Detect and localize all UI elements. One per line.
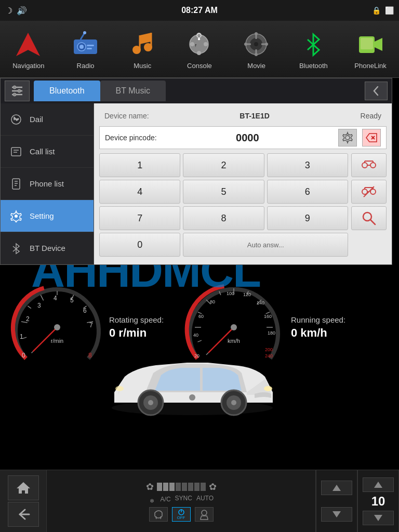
sidebar-item-phonelist[interactable]: Phone list xyxy=(1,168,94,200)
tab-btmusic[interactable]: BT Music xyxy=(100,81,166,101)
sidebar-item-dial[interactable]: Dail xyxy=(1,103,94,136)
setting-icon xyxy=(9,209,23,223)
key-auto-answer[interactable]: Auto answ... xyxy=(183,233,348,257)
key-5[interactable]: 5 xyxy=(183,180,264,204)
app-bluetooth[interactable]: Bluetooth xyxy=(287,29,339,70)
bt-sidebar: Dail Call list xyxy=(1,103,94,264)
svg-marker-0 xyxy=(16,33,40,56)
sidebar-item-setting[interactable]: Setting xyxy=(1,200,94,232)
device-status: Ready xyxy=(361,112,381,120)
window-icon: ⬜ xyxy=(385,6,394,15)
key-3[interactable]: 3 xyxy=(267,153,348,177)
bt-search-button[interactable] xyxy=(351,206,387,230)
key-0[interactable]: 0 xyxy=(99,233,180,257)
fan-left-icon: ✿ xyxy=(146,481,154,493)
bt-connect-button[interactable] xyxy=(351,153,387,177)
svg-rect-46 xyxy=(12,179,20,189)
svg-point-7 xyxy=(83,31,86,34)
svg-point-58 xyxy=(370,163,376,168)
bt-body: Dail Call list xyxy=(1,103,392,264)
keypad-area: 1 2 3 4 5 6 7 8 9 0 Auto answ... × xyxy=(99,153,387,257)
key-9[interactable]: 9 xyxy=(267,206,348,230)
phonelink-label: PhoneLink xyxy=(354,62,386,70)
running-speed-info: Running speed: 0 km/h xyxy=(286,315,369,340)
pincode-settings-button[interactable] xyxy=(338,129,357,147)
bottom-nav xyxy=(0,470,47,532)
rpm-value: 0 r/min xyxy=(109,326,182,340)
status-time: 08:27 AM xyxy=(181,6,218,15)
auto-label: AUTO xyxy=(196,495,214,505)
ac-controls-area: ✿ ✿ ❄ A/C SYNC AUTO xyxy=(47,470,316,532)
svg-point-27 xyxy=(255,53,258,56)
svg-text:⊙: ⊙ xyxy=(197,34,201,37)
svg-marker-133 xyxy=(332,485,341,491)
app-phonelink[interactable]: PhoneLink xyxy=(344,29,396,70)
device-name-value: BT-1E1D xyxy=(240,112,270,120)
svg-text:5: 5 xyxy=(70,297,74,304)
app-music[interactable]: Music xyxy=(116,29,168,70)
ac-mode-controls: OFF xyxy=(149,507,214,522)
key-8[interactable]: 8 xyxy=(183,206,264,230)
svg-point-3 xyxy=(79,45,84,49)
svg-line-52 xyxy=(13,246,16,249)
phonelist-label: Phone list xyxy=(30,179,64,188)
key-7[interactable]: 7 xyxy=(99,206,180,230)
key-6[interactable]: 6 xyxy=(267,180,348,204)
back-nav-button[interactable] xyxy=(8,502,39,527)
ac-mode-2-button[interactable] xyxy=(195,507,214,522)
key-2[interactable]: 2 xyxy=(183,153,264,177)
app-bar: Navigation Radio M xyxy=(0,21,399,78)
phonelink-icon xyxy=(355,29,386,60)
svg-text:120: 120 xyxy=(243,292,251,297)
svg-point-16 xyxy=(204,42,208,46)
svg-rect-4 xyxy=(87,45,94,46)
fan-down-button[interactable] xyxy=(321,507,352,522)
sidebar-item-btdevice[interactable]: BT Device xyxy=(1,232,94,264)
svg-line-32 xyxy=(308,45,313,50)
home-button[interactable] xyxy=(8,475,39,500)
svg-text:r/min: r/min xyxy=(51,338,63,344)
music-label: Music xyxy=(134,62,151,70)
bt-settings-button[interactable] xyxy=(5,81,30,101)
temperature-display: 10 xyxy=(371,494,385,509)
svg-point-21 xyxy=(254,42,258,46)
ac-label: ❄ A/C xyxy=(149,495,171,505)
key-1[interactable]: 1 xyxy=(99,153,180,177)
status-icons-left: ☽ 🔊 xyxy=(5,6,27,16)
fan-seg-2 xyxy=(163,483,168,491)
fan-seg-3 xyxy=(169,483,175,491)
svg-rect-34 xyxy=(361,38,373,49)
calllist-icon xyxy=(9,144,23,159)
dial-label: Dail xyxy=(30,115,43,124)
bluetooth-icon xyxy=(298,29,329,60)
svg-text:❄: ❄ xyxy=(150,498,154,504)
app-console[interactable]: ● ⊙ Console xyxy=(174,29,225,70)
svg-point-132 xyxy=(202,510,207,515)
app-movie[interactable]: Movie xyxy=(231,29,283,70)
fan-up-button[interactable] xyxy=(321,481,352,495)
status-bar: ☽ 🔊 08:27 AM 🔒 ⬜ xyxy=(0,0,399,21)
sidebar-item-calllist[interactable]: Call list xyxy=(1,136,94,168)
pincode-delete-button[interactable] xyxy=(362,129,381,147)
fan-right-icon: ✿ xyxy=(209,481,217,493)
svg-point-121 xyxy=(148,400,153,405)
temp-up-button[interactable] xyxy=(363,477,394,492)
app-navigation[interactable]: Navigation xyxy=(3,29,55,70)
svg-point-50 xyxy=(15,215,18,218)
ac-power-button[interactable]: OFF xyxy=(172,507,191,522)
bt-disconnect-button[interactable] xyxy=(351,180,387,204)
temp-down-button[interactable] xyxy=(363,511,394,525)
music-icon xyxy=(127,29,158,60)
ac-labels: ❄ A/C SYNC AUTO xyxy=(149,495,214,505)
action-buttons xyxy=(351,153,387,257)
svg-point-127 xyxy=(189,394,195,401)
tab-bluetooth[interactable]: Bluetooth xyxy=(34,81,100,101)
ac-mode-1-button[interactable] xyxy=(149,507,168,522)
device-info-row: Device name: BT-1E1D Ready xyxy=(99,109,387,123)
svg-point-57 xyxy=(362,163,367,168)
back-button[interactable] xyxy=(365,82,388,100)
app-radio[interactable]: Radio xyxy=(60,29,112,70)
rpm-speed-info: Rotating speed: 0 r/min xyxy=(104,315,187,340)
svg-text:4: 4 xyxy=(54,295,57,302)
key-4[interactable]: 4 xyxy=(99,180,180,204)
